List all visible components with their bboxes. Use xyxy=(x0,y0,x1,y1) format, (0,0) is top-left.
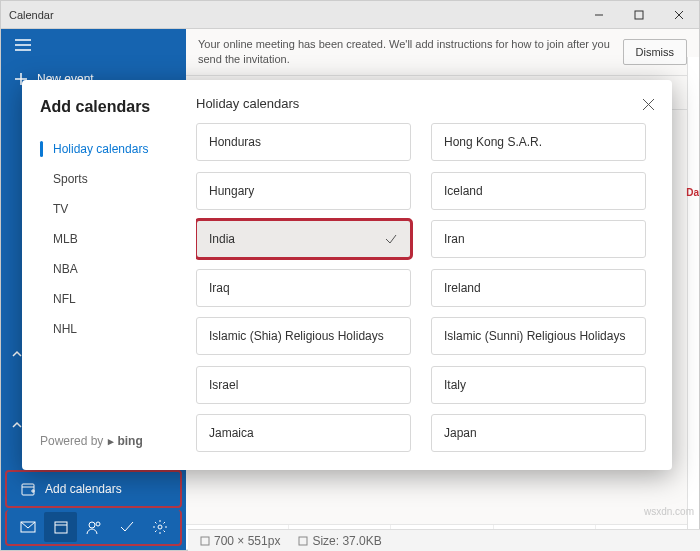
category-tv[interactable]: TV xyxy=(22,194,186,224)
window-title: Calendar xyxy=(9,9,54,21)
svg-point-18 xyxy=(158,525,162,529)
window-maximize-button[interactable] xyxy=(619,1,659,29)
country-tile[interactable]: Israel xyxy=(196,366,411,404)
truncated-text: Da xyxy=(686,187,699,198)
status-bar: 700 × 551px Size: 37.0KB xyxy=(188,529,700,551)
dialog-main: Holiday calendars HondurasHong Kong S.A.… xyxy=(186,80,672,470)
category-nba[interactable]: NBA xyxy=(22,254,186,284)
category-nhl[interactable]: NHL xyxy=(22,314,186,344)
svg-rect-21 xyxy=(201,537,209,545)
svg-rect-9 xyxy=(22,484,34,495)
category-sports[interactable]: Sports xyxy=(22,164,186,194)
category-nfl[interactable]: NFL xyxy=(22,284,186,314)
country-tile[interactable]: Italy xyxy=(431,366,646,404)
add-calendars-button[interactable]: Add calendars xyxy=(5,470,182,508)
right-gutter: Da xyxy=(687,57,699,550)
powered-by-label: Powered by ▸ bing xyxy=(22,422,186,460)
mail-icon[interactable] xyxy=(11,512,44,542)
country-tile[interactable]: Japan xyxy=(431,414,646,452)
country-tile[interactable]: Ireland xyxy=(431,269,646,307)
notification-banner: Your online meeting has been created. We… xyxy=(186,29,699,76)
bing-logo: ▸ bing xyxy=(108,434,142,448)
country-tile[interactable]: Hong Kong S.A.R. xyxy=(431,123,646,161)
country-tile[interactable]: Jamaica xyxy=(196,414,411,452)
section-heading: Holiday calendars xyxy=(196,96,652,111)
add-calendars-dialog: Add calendars Holiday calendarsSportsTVM… xyxy=(22,80,672,470)
gear-icon[interactable] xyxy=(143,512,176,542)
todo-icon[interactable] xyxy=(110,512,143,542)
country-grid[interactable]: HondurasHong Kong S.A.R.HungaryIcelandIn… xyxy=(196,123,652,453)
country-tile[interactable]: Iraq xyxy=(196,269,411,307)
titlebar: Calendar xyxy=(1,1,699,29)
app-switcher-bar xyxy=(5,510,182,546)
footer-size: Size: 37.0KB xyxy=(312,534,381,548)
calendar-icon[interactable] xyxy=(44,512,77,542)
close-icon[interactable] xyxy=(638,94,658,114)
svg-rect-1 xyxy=(635,11,643,19)
people-icon[interactable] xyxy=(77,512,110,542)
country-tile[interactable]: Honduras xyxy=(196,123,411,161)
dialog-sidebar: Add calendars Holiday calendarsSportsTVM… xyxy=(22,80,186,470)
window-close-button[interactable] xyxy=(659,1,699,29)
category-holiday-calendars[interactable]: Holiday calendars xyxy=(22,134,186,164)
svg-rect-22 xyxy=(299,537,307,545)
notification-text: Your online meeting has been created. We… xyxy=(198,37,611,67)
hamburger-icon[interactable] xyxy=(1,29,186,64)
category-mlb[interactable]: MLB xyxy=(22,224,186,254)
watermark: wsxdn.com xyxy=(644,506,694,517)
footer-dims: 700 × 551px xyxy=(214,534,280,548)
country-tile[interactable]: Hungary xyxy=(196,172,411,210)
country-tile[interactable]: Islamic (Sunni) Religious Holidays xyxy=(431,317,646,355)
country-tile[interactable]: Islamic (Shia) Religious Holidays xyxy=(196,317,411,355)
country-tile[interactable]: Iceland xyxy=(431,172,646,210)
dialog-title: Add calendars xyxy=(22,98,186,134)
country-tile[interactable]: India xyxy=(196,220,411,258)
dismiss-button[interactable]: Dismiss xyxy=(623,39,688,65)
svg-point-16 xyxy=(89,522,95,528)
country-tile[interactable]: Iran xyxy=(431,220,646,258)
add-calendars-label: Add calendars xyxy=(45,482,122,496)
svg-rect-14 xyxy=(55,522,67,533)
svg-point-17 xyxy=(96,522,100,526)
window-minimize-button[interactable] xyxy=(579,1,619,29)
